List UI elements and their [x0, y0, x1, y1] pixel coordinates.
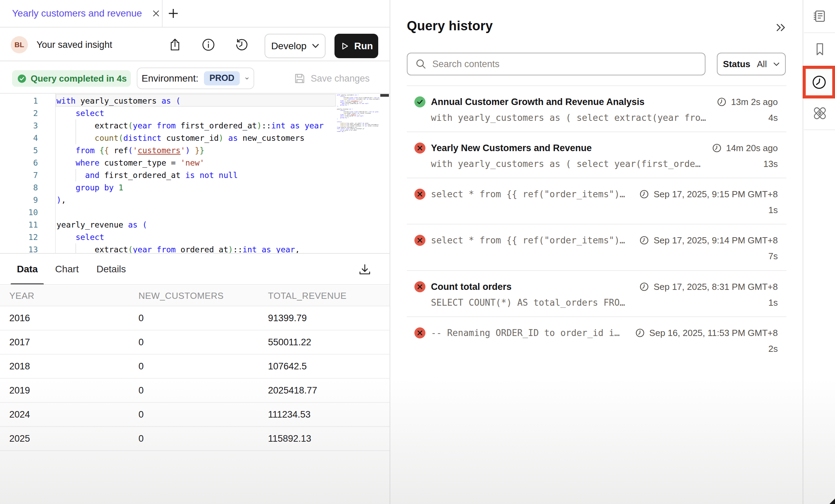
code-token: yearly_customers: [75, 96, 161, 105]
highlighted-history-button[interactable]: [803, 66, 835, 98]
table-cell: 2018: [9, 355, 30, 378]
editor-code[interactable]: with yearly_customers as ( select extrac…: [56, 95, 324, 254]
bookmark-icon: [813, 42, 827, 57]
code-token: 'new': [181, 158, 204, 167]
history-item-time: Sep 17, 2025, 9:15 PM GMT+8: [639, 189, 778, 200]
line-number: 6: [0, 157, 38, 169]
history-item[interactable]: Yearly New Customers and Revenue14m 20s …: [407, 132, 786, 178]
code-token: [271, 245, 276, 254]
download-icon: [358, 262, 372, 277]
code-token: ': [133, 146, 138, 155]
save-icon: [293, 72, 306, 85]
code-token: total_revenue: [367, 125, 379, 127]
tab-yearly-customers-and-revenue[interactable]: Yearly customers and revenue: [0, 0, 162, 27]
history-item[interactable]: -- Renaming ORDER_ID to order_id i…Sep 1…: [407, 316, 786, 363]
chevron-down-icon: [245, 76, 249, 81]
history-item[interactable]: Annual Customer Growth and Revenue Analy…: [407, 85, 786, 132]
history-item[interactable]: select * from {{ ref("order_items")…Sep …: [407, 224, 786, 270]
history-item-sql: with yearly_customers as ( select year(f…: [431, 159, 701, 169]
history-item-duration: 1s: [769, 297, 778, 308]
code-token: (: [176, 96, 181, 105]
code-line: ),: [56, 194, 324, 206]
history-item-time: Sep 17, 2025, 8:31 PM GMT+8: [639, 282, 778, 292]
column-header-year[interactable]: YEAR: [9, 291, 34, 301]
info-button[interactable]: [201, 37, 216, 52]
table-cell: 0: [138, 403, 144, 426]
table-cell: 550011.22: [268, 330, 311, 354]
clock-icon: [811, 74, 827, 90]
query-history-panel: Query history Search contents Status All…: [390, 0, 803, 504]
sql-editor[interactable]: 12345678910111213 with yearly_customers …: [0, 93, 390, 254]
history-item-time: 14m 20s ago: [712, 143, 778, 154]
run-button[interactable]: Run: [334, 34, 378, 58]
tab-data[interactable]: Data: [17, 254, 38, 284]
tab-chart[interactable]: Chart: [55, 254, 79, 284]
table-row[interactable]: 20170550011.22: [0, 330, 390, 355]
history-item-status-icon: [414, 327, 425, 338]
code-token: int: [243, 245, 257, 254]
status-filter-value: All: [757, 59, 767, 70]
code-token: [137, 220, 142, 229]
search-input[interactable]: Search contents: [407, 53, 705, 75]
clock-icon: [712, 143, 722, 153]
column-header-total-revenue[interactable]: TOTAL_REVENUE: [268, 291, 347, 301]
avatar-initials: BL: [14, 41, 24, 49]
tab-details[interactable]: Details: [96, 254, 126, 284]
code-token: ,: [61, 196, 66, 204]
code-token: extract: [56, 121, 128, 130]
code-token: group: [75, 183, 99, 192]
history-item[interactable]: select * from {{ ref("order_items")…Sep …: [407, 178, 786, 224]
version-history-button[interactable]: [234, 37, 249, 52]
table-row[interactable]: 201902025418.77: [0, 379, 390, 403]
table-row[interactable]: 20180107642.5: [0, 355, 390, 379]
history-item-row2: 1s: [431, 204, 778, 216]
environment-selector[interactable]: Environment: PROD: [137, 67, 254, 89]
share-button[interactable]: [167, 37, 183, 52]
history-item-row2: SELECT COUNT(*) AS total_orders FRO…1s: [431, 296, 778, 309]
code-token: [56, 171, 85, 180]
table-row[interactable]: 20240111234.53: [0, 403, 390, 427]
code-token: is: [185, 171, 195, 180]
code-token: [214, 171, 219, 180]
editor-minimap[interactable]: with yearly_customers as ( select extrac…: [337, 94, 380, 232]
error-icon: [414, 143, 425, 154]
sidebar-notebook-button[interactable]: [804, 0, 835, 32]
code-token: (: [118, 134, 123, 143]
code-token: (: [358, 94, 358, 96]
collapse-panel-button[interactable]: [773, 21, 788, 34]
editor-gutter: 12345678910111213: [0, 95, 38, 254]
save-changes-button[interactable]: Save changes: [293, 70, 370, 87]
sidebar-lineage-button[interactable]: [804, 97, 835, 129]
table-cell: 2019: [9, 379, 30, 402]
column-header-new-customers[interactable]: NEW_CUSTOMERS: [138, 291, 224, 301]
code-token: null: [365, 103, 369, 104]
code-token: ): [185, 146, 190, 155]
code-token: (: [128, 245, 133, 254]
table-row[interactable]: 20250115892.13: [0, 427, 390, 451]
history-item[interactable]: Count total ordersSep 17, 2025, 8:31 PM …: [407, 270, 786, 316]
code-token: [56, 146, 75, 155]
gutter-border: [55, 94, 56, 254]
clock-icon: [639, 189, 649, 199]
clock-icon: [717, 97, 726, 107]
success-check-icon: [17, 74, 27, 83]
code-token: from: [157, 245, 176, 254]
code-token: [56, 183, 75, 192]
results-tab-bar: Data Chart Details: [0, 254, 390, 286]
code-token: ::: [233, 245, 243, 254]
status-filter-dropdown[interactable]: Status All: [717, 53, 786, 75]
code-line: [56, 206, 324, 219]
tab-close-icon[interactable]: [151, 8, 161, 19]
new-tab-button[interactable]: [163, 0, 184, 27]
double-chevron-right-icon: [775, 22, 787, 33]
download-results-button[interactable]: [357, 262, 373, 277]
line-number: 13: [0, 243, 38, 254]
table-row[interactable]: 2016091399.79: [0, 306, 390, 330]
overview-ruler-cursor[interactable]: [380, 94, 389, 97]
indent-guide: [75, 119, 76, 144]
history-item-title: Yearly New Customers and Revenue: [431, 143, 592, 154]
sidebar-bookmark-button[interactable]: [804, 33, 835, 65]
develop-dropdown[interactable]: Develop: [265, 34, 326, 58]
code-token: (: [352, 108, 352, 110]
table-cell: 91399.79: [268, 306, 307, 330]
